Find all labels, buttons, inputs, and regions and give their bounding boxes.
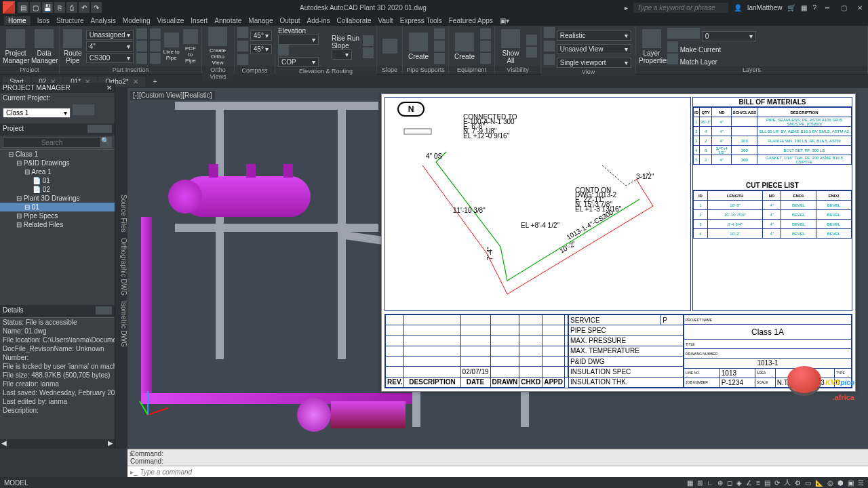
tab-featured[interactable]: Featured Apps: [449, 17, 493, 24]
viewport-combo[interactable]: Single viewport: [557, 58, 631, 68]
grid-icon[interactable]: ▦: [687, 479, 693, 487]
signin-icon[interactable]: 👤: [734, 4, 742, 12]
layer-on-icon[interactable]: [667, 28, 678, 39]
tab-analysis[interactable]: Analysis: [91, 17, 116, 24]
match-icon[interactable]: [150, 53, 161, 64]
create-support-button[interactable]: Create: [406, 33, 431, 60]
hardware-icon[interactable]: ⬢: [837, 479, 844, 487]
status-bar[interactable]: MODEL ▦ ⊞ ∟ ⊛ ◻ ◈ ∠ ≡ ▤ ⟳ 人 ⚙ ▭ 📐 ◎ ⬢ ▣ …: [0, 477, 868, 488]
tab-add-icon[interactable]: ▣▾: [500, 17, 509, 24]
pump-impeller[interactable]: [297, 398, 331, 432]
close-button[interactable]: ✕: [854, 4, 865, 12]
tab-express[interactable]: Express Tools: [400, 17, 442, 24]
elevation-input[interactable]: [278, 35, 319, 45]
appstore-icon[interactable]: ▦: [801, 4, 807, 12]
model-space-button[interactable]: MODEL: [4, 479, 28, 487]
layer-freeze-icon[interactable]: [678, 28, 689, 39]
details-col-icon[interactable]: [96, 306, 104, 314]
source-files-tab[interactable]: Source Files Orthographic DWG Isometric …: [115, 88, 127, 449]
minimize-button[interactable]: ━: [822, 4, 833, 12]
saved-view-icon[interactable]: [544, 41, 555, 52]
search-input[interactable]: Type a keyword or phrase: [633, 3, 728, 13]
tree-node[interactable]: ⊟ Class 1: [0, 150, 115, 159]
visual-style-combo[interactable]: Realistic: [557, 30, 631, 41]
tab-addins[interactable]: Add-ins: [307, 17, 330, 24]
document-tabs[interactable]: Start 02✕ 01*✕ Ortho2*✕ +: [0, 75, 868, 88]
tree-node[interactable]: ⊟ P&ID Drawings: [0, 159, 115, 167]
viewport-icon[interactable]: [544, 54, 555, 65]
tree-node[interactable]: ⊟ Related Files: [0, 220, 115, 229]
qat-redo-icon[interactable]: ↷: [91, 2, 102, 13]
customize-icon[interactable]: ☰: [858, 479, 864, 487]
qat-open-icon[interactable]: ▢: [30, 2, 41, 13]
units-icon[interactable]: 📐: [815, 479, 823, 487]
flip-icon[interactable]: [136, 41, 147, 52]
user-name[interactable]: IanMatthew: [747, 4, 783, 12]
create-ortho-button[interactable]: Create Ortho View: [205, 27, 231, 66]
match-layer-icon[interactable]: [667, 54, 678, 64]
polar-icon[interactable]: ⊛: [717, 479, 723, 487]
otrack-icon[interactable]: ∠: [746, 479, 752, 487]
create-equip-button[interactable]: Create: [452, 33, 477, 60]
slope-button[interactable]: [380, 39, 399, 55]
infocenter-arrow-icon[interactable]: ▸: [625, 4, 628, 12]
maximize-button[interactable]: ▢: [838, 4, 849, 12]
make-current-icon[interactable]: [667, 41, 678, 52]
edit-icon[interactable]: [136, 53, 147, 64]
pm-search-input[interactable]: [3, 137, 101, 148]
pm-tree-icon[interactable]: [96, 125, 104, 133]
tree-node[interactable]: 📄 01: [0, 176, 115, 185]
vessel[interactable]: [182, 176, 311, 217]
route-up-icon[interactable]: [363, 35, 374, 46]
pm-tool1-icon[interactable]: [73, 104, 83, 115]
cleanscreen-icon[interactable]: ▣: [848, 479, 854, 487]
scroll-left-icon[interactable]: ◀: [1, 439, 7, 449]
tab-output[interactable]: Output: [280, 17, 300, 24]
tab-annotate[interactable]: Annotate: [214, 17, 241, 24]
pm-close-icon[interactable]: ✕: [106, 84, 112, 92]
support-attach-icon[interactable]: [434, 28, 445, 39]
model-viewport[interactable]: [-][Custom View][Realistic] TOP N: [127, 88, 868, 449]
pcf-to-pipe-button[interactable]: PCF to Pipe: [182, 29, 199, 64]
help-icon[interactable]: ?: [812, 4, 816, 12]
new-tab-button[interactable]: +: [146, 77, 164, 87]
ribbon-tabs[interactable]: Home Isos Structure Analysis Modeling Vi…: [0, 15, 868, 26]
isolate-icon[interactable]: ◎: [827, 479, 833, 487]
workspace-icon[interactable]: ⚙: [795, 479, 801, 487]
pm-refresh-icon[interactable]: [87, 125, 96, 133]
saved-view-combo[interactable]: Unsaved View: [557, 44, 631, 54]
project-tree[interactable]: ⊟ Class 1⊟ P&ID Drawings⊟ Area 1📄 01📄 02…: [0, 149, 115, 305]
qat-new-icon[interactable]: ▤: [18, 2, 28, 13]
tab-insert[interactable]: Insert: [191, 17, 208, 24]
layer-properties-button[interactable]: Layer Properties: [639, 29, 665, 64]
monitor-icon[interactable]: ▭: [805, 479, 811, 487]
compass-tick-icon[interactable]: [237, 41, 248, 52]
equip-n1-icon[interactable]: [480, 28, 491, 39]
lineweight-icon[interactable]: ≡: [756, 479, 760, 487]
transparency-icon[interactable]: ▤: [764, 479, 770, 487]
slope-input[interactable]: [332, 49, 352, 60]
spec-combo[interactable]: CS300: [86, 53, 134, 63]
compass-angle-2[interactable]: 45°: [250, 44, 272, 54]
compass-icon[interactable]: [237, 27, 248, 38]
pump-skid[interactable]: [331, 401, 406, 428]
tree-node[interactable]: ⊟ 01: [0, 203, 115, 211]
visual-style-icon[interactable]: [544, 27, 555, 38]
tab-visualize[interactable]: Visualize: [157, 17, 184, 24]
tab-modeling[interactable]: Modeling: [123, 17, 151, 24]
osnap-icon[interactable]: ◻: [727, 479, 732, 487]
qat-save-icon[interactable]: 💾: [42, 2, 53, 13]
tab-manage[interactable]: Manage: [248, 17, 273, 24]
tree-node[interactable]: ⊟ Plant 3D Drawings: [0, 194, 115, 203]
details-list-icon[interactable]: [104, 306, 112, 314]
cycling-icon[interactable]: ⟳: [774, 479, 780, 487]
tab-home[interactable]: Home: [4, 16, 31, 25]
pm-cycle-icon[interactable]: [104, 125, 112, 133]
route-pipe-button[interactable]: Route Pipe: [62, 29, 83, 64]
command-input[interactable]: [140, 468, 865, 476]
tag-combo[interactable]: Unassigned: [86, 30, 134, 40]
scroll-right-icon[interactable]: ▶: [108, 439, 113, 449]
qat-undo-icon[interactable]: ↶: [79, 2, 90, 13]
command-line[interactable]: ✕ Command: Command: ▸_: [127, 449, 868, 477]
parts-icon[interactable]: [150, 28, 161, 39]
